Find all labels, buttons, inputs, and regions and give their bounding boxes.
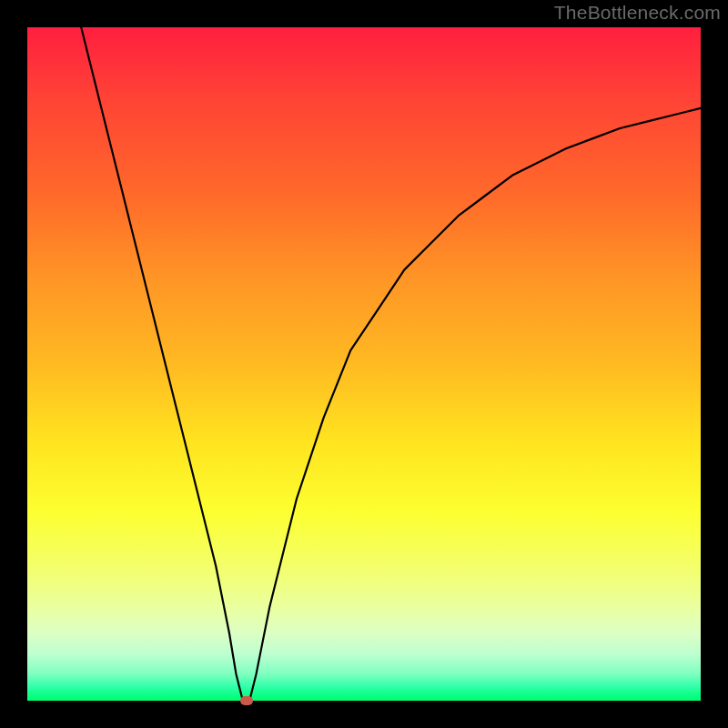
watermark-text: TheBottleneck.com (554, 2, 721, 24)
chart-frame: TheBottleneck.com (0, 0, 728, 728)
bottleneck-curve (27, 27, 701, 701)
plot-area (27, 27, 701, 701)
minimum-marker (240, 696, 253, 705)
